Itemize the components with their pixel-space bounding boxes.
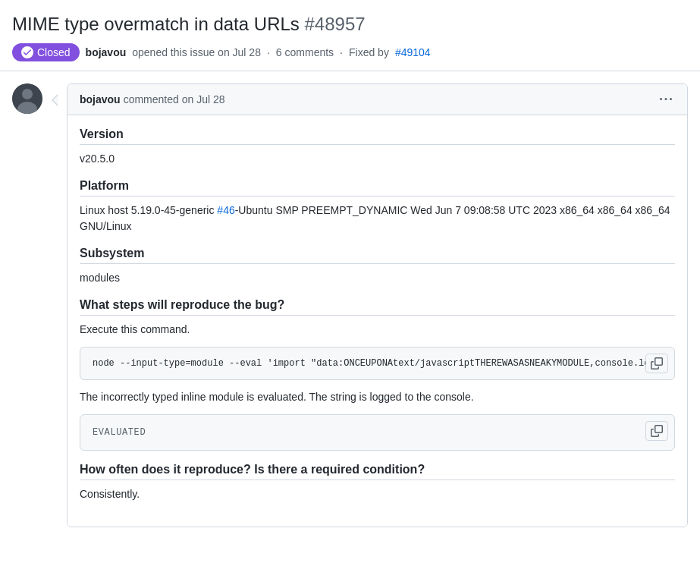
- issue-number: #48957: [304, 14, 365, 34]
- svg-point-1: [22, 89, 33, 99]
- status-badge: Closed: [12, 43, 80, 61]
- issue-author: bojavou: [86, 46, 127, 58]
- version-title: Version: [80, 127, 675, 145]
- platform-link[interactable]: #46: [217, 204, 234, 216]
- frequency-title: How often does it reproduce? Is there a …: [80, 463, 675, 480]
- fixed-by-link[interactable]: #49104: [395, 46, 431, 58]
- status-label: Closed: [37, 46, 71, 58]
- comment-count: 6 comments: [276, 46, 334, 58]
- avatar: [12, 83, 42, 114]
- avatar-column: [12, 83, 42, 527]
- issue-action: opened this issue on Jul 28: [132, 46, 261, 58]
- comment-header-actions: [657, 90, 675, 108]
- timeline-connector: [52, 83, 58, 527]
- bug-steps-note: The incorrectly typed inline module is e…: [80, 389, 675, 405]
- comment-header: bojavou commented on Jul 28: [67, 84, 687, 115]
- fixed-by-label: Fixed by: [349, 46, 389, 58]
- eval-code-block: EVALUATED: [80, 414, 675, 451]
- comment-arrow: [52, 94, 58, 106]
- issue-meta: Closed bojavou opened this issue on Jul …: [12, 43, 688, 61]
- copy-eval-button[interactable]: [645, 421, 668, 441]
- subsystem-content: modules: [80, 270, 675, 286]
- comment-header-info: bojavou commented on Jul 28: [80, 93, 225, 105]
- subsystem-title: Subsystem: [80, 247, 675, 264]
- platform-content: Linux host 5.19.0-45-generic #46-Ubuntu …: [80, 203, 675, 234]
- avatar-image: [12, 83, 42, 114]
- bug-steps-title: What steps will reproduce the bug?: [80, 298, 675, 316]
- frequency-content: Consistently.: [80, 486, 675, 502]
- kebab-icon: [660, 93, 672, 105]
- copy-icon: [651, 357, 663, 369]
- command-code: node --input-type=module --eval 'import …: [80, 347, 674, 379]
- eval-label: EVALUATED: [80, 417, 158, 448]
- comment-action: commented on Jul 28: [124, 93, 225, 105]
- platform-prefix: Linux host 5.19.0-45-generic: [80, 204, 217, 216]
- version-value: v20.5.0: [80, 153, 115, 165]
- page-header: MIME type overmatch in data URLs #48957 …: [0, 0, 700, 71]
- bug-steps-content: Execute this command. node --input-type=…: [80, 322, 675, 451]
- subsystem-value: modules: [80, 272, 120, 284]
- check-circle-icon: [21, 46, 33, 58]
- copy-eval-icon: [651, 425, 663, 437]
- version-content: v20.5.0: [80, 151, 675, 167]
- command-text: node --input-type=module --eval 'import …: [93, 358, 666, 369]
- frequency-value: Consistently.: [80, 488, 140, 500]
- more-options-button[interactable]: [657, 90, 675, 108]
- platform-title: Platform: [80, 179, 675, 197]
- copy-command-button[interactable]: [645, 354, 668, 373]
- commenter-name: bojavou: [80, 93, 121, 105]
- command-code-block: node --input-type=module --eval 'import …: [80, 347, 675, 380]
- comment-box: bojavou commented on Jul 28 Version v20.…: [67, 83, 688, 527]
- bug-steps-intro: Execute this command.: [80, 322, 675, 338]
- page-title: MIME type overmatch in data URLs #48957: [12, 12, 688, 36]
- main-content: bojavou commented on Jul 28 Version v20.…: [0, 71, 700, 539]
- issue-title: MIME type overmatch in data URLs: [12, 14, 300, 34]
- comment-body: Version v20.5.0 Platform Linux host 5.19…: [67, 115, 687, 527]
